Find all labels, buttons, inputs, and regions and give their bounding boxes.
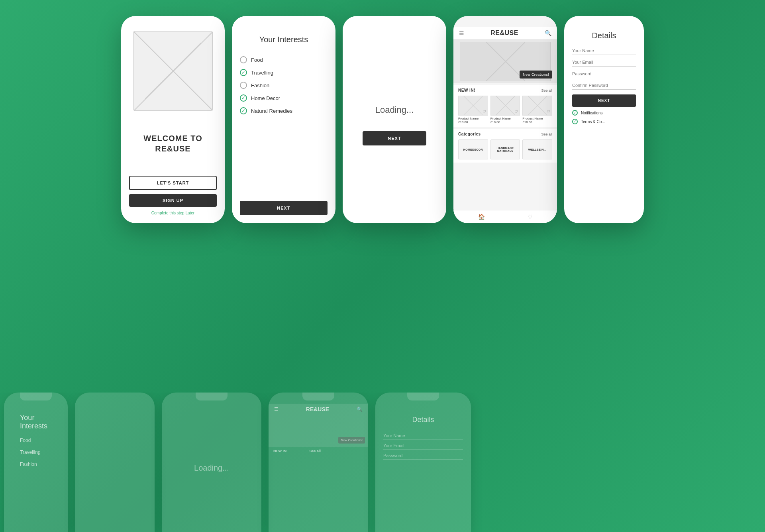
category-homedecor[interactable]: HOMEDECOR [458,139,488,159]
search-icon[interactable]: 🔍 [545,30,551,36]
screen-loading: Loading... NEXT [343,16,446,223]
list-item: Fashion [240,82,328,89]
sign-up-button[interactable]: SIGN UP [129,194,217,207]
new-in-section: NEW IN! See all ♡ Product Name £10.00 [453,85,557,127]
product-price-1: £10.00 [458,120,488,124]
loading-text: Loading... [375,105,414,115]
loading-next-button[interactable]: NEXT [363,131,426,145]
bottom-menu-icon: ☰ [274,406,279,412]
interest-food-label: Food [251,57,263,63]
banner-area: New Creations! [453,39,557,83]
bottom-search-icon: 🔍 [357,406,363,412]
category-wellbeing[interactable]: WELLBEIN... [522,139,552,159]
radio-travelling[interactable]: ✓ [240,69,247,76]
bottom-interest-food: Food [12,434,60,446]
list-item: ✓ Home Decor [240,94,328,102]
interest-natural-remedies-label: Natural Remedies [251,108,292,114]
product-name-1: Product Name [458,117,488,120]
heart-icon-2[interactable]: ♡ [514,110,518,114]
notifications-checkbox[interactable]: ✓ [572,110,578,116]
bottom-banner: New Creations! [269,415,368,447]
complete-step-text: Complete this step Later [129,211,217,215]
menu-icon[interactable]: ☰ [459,30,464,36]
terms-checkbox[interactable]: ✓ [572,119,578,124]
bottom-app-title: RE&USE [306,406,329,412]
bottom-name-field: Your Name [383,433,463,440]
home-body: New Creations! NEW IN! See all ♡ Product… [453,39,557,210]
bottom-screen-empty [75,393,155,532]
notifications-checkbox-row: ✓ Notifications [572,110,636,116]
favorites-nav-icon[interactable]: ♡ [528,214,533,220]
bottom-notch-4 [302,393,334,400]
categories-section: Categories See all HOMEDECOR HANDMADENAT… [453,129,557,163]
products-row: ♡ Product Name £10.00 ♡ Product Name £10… [458,96,552,124]
bottom-notch-5 [407,393,439,400]
terms-label: Terms & Co... [581,120,605,124]
product-image-1: ♡ [458,96,488,116]
bottom-loading-text: Loading... [182,432,241,505]
terms-checkbox-row: ✓ Terms & Co... [572,119,636,124]
bottom-details-title: Details [375,404,471,430]
name-input[interactable] [572,47,636,55]
interest-items-list: Food ✓ Travelling Fashion ✓ [240,56,328,193]
bottom-screens-row: Your Interests Food Travelling Fashion L… [0,393,765,532]
screen-details-content: Details NEXT ✓ Notifications ✓ Terms & C… [564,16,644,223]
top-screens-row: WELCOME TO RE&USE LET'S START SIGN UP Co… [0,0,765,397]
details-next-button[interactable]: NEXT [572,94,636,107]
bottom-notch-3 [196,393,228,400]
categories-title: Categories [458,132,481,136]
bottom-email-field: Your Email [383,443,463,450]
new-in-header: NEW IN! See all [458,88,552,92]
details-title: Details [572,31,636,40]
password-input[interactable] [572,70,636,78]
list-item: Food [240,56,328,63]
radio-home-decor[interactable]: ✓ [240,94,247,102]
list-item: ✓ Travelling [240,69,328,76]
phone-notch-1 [157,16,189,24]
screen-home: ☰ RE&USE 🔍 New Creations! NEW IN! See al… [453,16,557,223]
home-nav-icon[interactable]: 🏠 [478,214,485,220]
welcome-title: WELCOME TO RE&USE [143,133,202,154]
new-in-see-all[interactable]: See all [541,88,552,92]
interests-next-button[interactable]: NEXT [240,201,328,215]
bottom-notch-1 [20,393,52,400]
bottom-interest-fashion: Fashion [12,458,60,470]
bottom-nav: 🏠 ♡ [453,210,557,223]
radio-fashion[interactable] [240,82,247,89]
categories-header: Categories See all [458,132,552,136]
new-creations-button[interactable]: New Creations! [520,71,552,79]
details-body: Details NEXT ✓ Notifications ✓ Terms & C… [564,27,644,223]
radio-natural-remedies[interactable]: ✓ [240,107,247,114]
screen-loading-content: Loading... NEXT [343,16,446,223]
phone-notch-5 [588,16,620,24]
lets-start-button[interactable]: LET'S START [129,176,217,190]
confirm-password-input[interactable] [572,81,636,90]
bottom-screen-home: ☰ RE&USE 🔍 New Creations! NEW IN! See al… [269,393,368,532]
phone-notch-4 [489,16,521,24]
interests-body: Your Interests Food ✓ Travelling [232,27,335,223]
interest-fashion-label: Fashion [251,82,269,88]
screen-welcome: WELCOME TO RE&USE LET'S START SIGN UP Co… [121,16,225,223]
radio-food[interactable] [240,56,247,63]
email-input[interactable] [572,58,636,67]
bottom-screen-interests: Your Interests Food Travelling Fashion [4,393,68,532]
interests-title: Your Interests [240,35,328,44]
product-name-3: Product Name [522,117,552,120]
welcome-buttons: LET'S START SIGN UP Complete this step L… [129,176,217,215]
product-card-2: ♡ Product Name £10.00 [490,96,520,124]
product-price-2: £10.00 [490,120,520,124]
categories-see-all[interactable]: See all [541,132,552,136]
list-item: ✓ Natural Remedies [240,107,328,114]
bottom-interests-title: Your Interests [12,404,60,434]
home-header: ☰ RE&USE 🔍 [453,27,557,39]
heart-icon-1[interactable]: ♡ [483,110,486,114]
category-handmade[interactable]: HANDMADENATURALS [490,139,520,159]
bottom-new-creations: New Creations! [338,437,365,444]
product-image-3: ♡ [522,96,552,116]
heart-icon-3[interactable]: ♡ [547,110,550,114]
phone-notch-2 [268,16,300,24]
bottom-screen-loading: Loading... [162,393,261,532]
new-in-title: NEW IN! [458,88,475,92]
screen-home-content: ☰ RE&USE 🔍 New Creations! NEW IN! See al… [453,16,557,223]
bottom-new-in: NEW IN! See all [269,447,368,455]
